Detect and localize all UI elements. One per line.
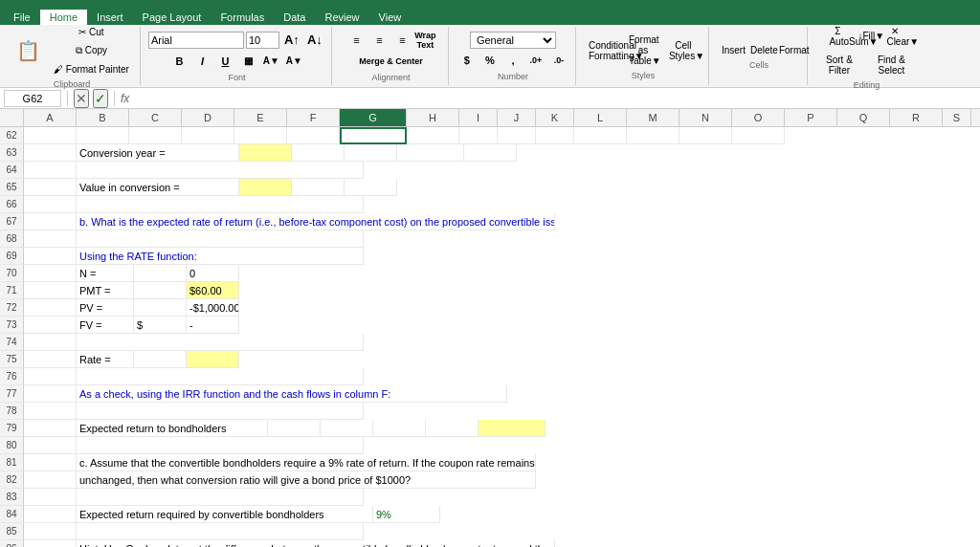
cell-73-b[interactable]: FV = <box>77 317 134 334</box>
cell-63-b[interactable]: Conversion year = <box>77 144 239 162</box>
col-header-r[interactable]: R <box>890 109 943 126</box>
percent-button[interactable]: % <box>479 51 501 70</box>
merge-center-button[interactable]: Merge & Center <box>354 52 428 71</box>
cell-80-b[interactable] <box>77 437 364 454</box>
cell-62-g[interactable] <box>340 127 407 144</box>
col-header-q[interactable]: Q <box>837 109 890 126</box>
cell-71-a[interactable] <box>24 282 77 299</box>
cell-74-b[interactable] <box>77 334 364 351</box>
fill-button[interactable]: ↓Fill▼ <box>853 28 880 44</box>
col-header-p[interactable]: P <box>785 109 837 126</box>
underline-button[interactable]: U <box>214 52 235 71</box>
tab-formulas[interactable]: Formulas <box>211 10 274 25</box>
cell-77-a[interactable] <box>24 385 77 403</box>
cell-68-a[interactable] <box>24 230 77 248</box>
cell-65-g[interactable] <box>345 179 397 196</box>
border-button[interactable]: ▦ <box>237 52 258 71</box>
comma-button[interactable]: , <box>502 51 523 70</box>
cell-75-b[interactable]: Rate = <box>77 351 134 368</box>
cell-73-a[interactable] <box>24 317 77 334</box>
cell-72-b[interactable]: PV = <box>77 299 134 317</box>
cell-77-b[interactable]: As a check, using the IRR function and t… <box>77 385 507 403</box>
cell-76-a[interactable] <box>24 368 77 385</box>
cell-72-c[interactable] <box>134 299 187 317</box>
cell-63-e[interactable] <box>239 144 292 162</box>
cell-62-d[interactable] <box>182 127 234 144</box>
fill-color-button[interactable]: A▼ <box>260 52 281 71</box>
cell-62-h[interactable] <box>407 127 459 144</box>
wrap-text-button[interactable]: Wrap Text <box>414 31 435 50</box>
cell-85-b[interactable] <box>77 523 364 540</box>
cell-71-c[interactable] <box>134 282 187 299</box>
bold-button[interactable]: B <box>168 52 189 71</box>
cell-80-a[interactable] <box>24 437 77 454</box>
confirm-formula-button[interactable]: ✓ <box>93 89 108 108</box>
cell-62-l[interactable] <box>574 127 627 144</box>
decimal-increase-button[interactable]: .0+ <box>525 51 546 70</box>
cell-79-d[interactable] <box>321 420 373 437</box>
tab-data[interactable]: Data <box>274 10 315 25</box>
font-size-input[interactable] <box>246 32 279 49</box>
col-header-n[interactable]: N <box>679 109 732 126</box>
cell-86-b[interactable]: Hint: Use Goal seek to set the differenc… <box>77 540 555 547</box>
cell-70-c[interactable] <box>134 265 187 282</box>
cell-64-b[interactable] <box>77 162 364 179</box>
cell-62-b[interactable] <box>77 127 129 144</box>
cell-81-b[interactable]: c. Assume that the convertible bondholde… <box>77 454 536 471</box>
find-select-button[interactable]: Find & Select <box>865 52 918 78</box>
font-increase-button[interactable]: A↑ <box>281 31 302 50</box>
format-button[interactable]: Format <box>774 42 801 58</box>
cell-62-f[interactable] <box>287 127 340 144</box>
cell-84-g[interactable]: 9% <box>373 506 440 523</box>
conditional-formatting-button[interactable]: Conditional Formatting▼ <box>584 37 622 64</box>
col-header-m[interactable]: M <box>627 109 679 126</box>
col-header-i[interactable]: I <box>459 109 498 126</box>
cell-75-c[interactable] <box>134 351 187 368</box>
cell-81-a[interactable] <box>24 454 77 471</box>
cell-75-e[interactable] <box>187 351 239 368</box>
cell-84-a[interactable] <box>24 506 77 523</box>
cell-84-b[interactable]: Expected return required by convertible … <box>77 506 373 523</box>
cell-82-a[interactable] <box>24 471 77 489</box>
col-header-c[interactable]: C <box>129 109 182 126</box>
cell-74-a[interactable] <box>24 334 77 351</box>
cell-79-f[interactable] <box>426 420 479 437</box>
cell-styles-button[interactable]: Cell Styles▼ <box>664 37 702 64</box>
tab-page-layout[interactable]: Page Layout <box>133 10 212 25</box>
align-right-button[interactable]: ≡ <box>391 31 412 50</box>
delete-button[interactable]: Delete <box>746 42 772 58</box>
cell-72-a[interactable] <box>24 299 77 317</box>
cell-78-a[interactable] <box>24 403 77 420</box>
paste-button[interactable]: 📋 <box>10 38 47 63</box>
format-as-table-button[interactable]: Format as Table▼ <box>624 32 662 69</box>
cell-79-e[interactable] <box>373 420 426 437</box>
cell-63-f[interactable] <box>292 144 345 162</box>
decimal-decrease-button[interactable]: .0- <box>548 51 569 70</box>
copy-button[interactable]: ⧉ Copy <box>49 42 134 59</box>
col-header-f[interactable]: F <box>287 109 340 126</box>
cut-button[interactable]: ✂ Cut <box>49 24 134 40</box>
cell-67-b[interactable]: b. What is the expected rate of return (… <box>77 213 555 230</box>
cell-70-a[interactable] <box>24 265 77 282</box>
cell-72-d[interactable]: -$1,000.00 <box>187 299 239 317</box>
col-header-e[interactable]: E <box>234 109 287 126</box>
formula-input[interactable] <box>133 93 976 104</box>
cell-79-a[interactable] <box>24 420 77 437</box>
align-center-button[interactable]: ≡ <box>368 31 390 50</box>
cell-73-d[interactable]: - <box>187 317 239 334</box>
col-header-h[interactable]: H <box>407 109 459 126</box>
cell-65-a[interactable] <box>24 179 77 196</box>
cell-71-b[interactable]: PMT = <box>77 282 134 299</box>
cell-78-b[interactable] <box>77 403 364 420</box>
cell-79-b[interactable]: Expected return to bondholders <box>77 420 268 437</box>
cell-66-a[interactable] <box>24 196 77 213</box>
cell-68-b[interactable] <box>77 230 364 248</box>
align-left-button[interactable]: ≡ <box>345 31 367 50</box>
cell-66-b[interactable] <box>77 196 364 213</box>
italic-button[interactable]: I <box>191 52 212 71</box>
cell-reference-input[interactable] <box>4 90 61 107</box>
cell-79-c[interactable] <box>268 420 321 437</box>
dollar-button[interactable]: $ <box>457 51 478 70</box>
cell-79-g[interactable] <box>479 420 546 437</box>
cell-73-c[interactable]: $ <box>134 317 187 334</box>
